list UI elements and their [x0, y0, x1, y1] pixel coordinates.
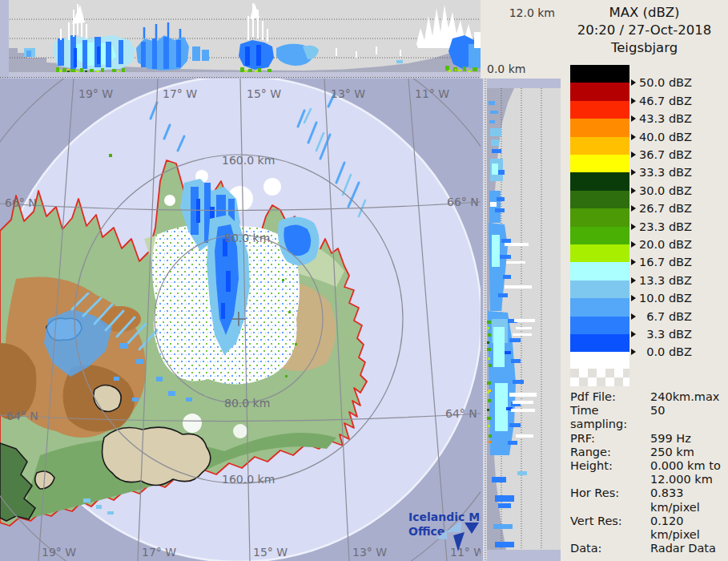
range-ring-label: 160.0 km — [222, 473, 275, 486]
metadata-row: Pdf File:240km.max — [570, 390, 724, 404]
range-ring-label: 80.0 km — [224, 232, 270, 244]
tick-arrow-icon — [631, 241, 636, 248]
legend-color-swatch — [570, 155, 629, 172]
radar-map: 19° W 17° W 15° W 13° W 11° W 19° W 17° … — [0, 79, 481, 561]
tick-arrow-icon — [631, 349, 636, 355]
range-ring-label: 160.0 km — [222, 154, 275, 167]
metadata-row: 12.000 km — [570, 473, 724, 486]
legend-color-swatch — [570, 317, 629, 334]
tick-arrow-icon — [631, 134, 636, 140]
legend-color-swatch — [570, 262, 629, 280]
tick-arrow-icon — [631, 151, 636, 158]
metadata-row: Range:250 km — [570, 446, 724, 459]
range-ring-label: 80.0 km — [224, 397, 270, 410]
legend-color-swatch — [570, 137, 629, 155]
legend-transparent-swatch — [570, 369, 629, 386]
tick-arrow-icon — [631, 295, 636, 301]
lon-label: 13° W — [331, 87, 365, 100]
right-profile-top-band — [487, 79, 561, 88]
lon-label: 17° W — [163, 87, 197, 100]
metadata-row: Hor Res:0.833 km/pixel — [570, 486, 724, 514]
right-profile-plot — [481, 79, 561, 561]
lat-label: 66° N — [5, 196, 37, 209]
legend-color-swatch — [570, 101, 629, 119]
sidebar: MAX (dBZ) 20:20 / 27-Oct-2018 Teigsbjarg… — [561, 0, 728, 561]
tick-arrow-icon — [631, 259, 636, 265]
legend-threshold-label: 26.7 dBZ — [631, 202, 692, 215]
height-scale-max-label: 12.0 km — [509, 6, 555, 19]
tick-arrow-icon — [631, 313, 636, 320]
legend-color-swatch — [570, 208, 629, 226]
lon-label: 13° W — [352, 546, 387, 559]
legend-color-swatch — [570, 119, 629, 136]
metadata-row: Height:0.000 km to — [570, 459, 724, 473]
lat-label: 64° N — [445, 407, 477, 420]
legend-threshold-label: 20.0 dBZ — [631, 238, 692, 251]
legend-color-swatch — [570, 191, 629, 208]
lon-label: 15° W — [247, 87, 281, 100]
legend-threshold-label: 36.7 dBZ — [631, 148, 692, 161]
legend-threshold-label: 0.0 dBZ — [631, 345, 692, 358]
legend-threshold-label: 23.3 dBZ — [631, 220, 692, 233]
tick-arrow-icon — [631, 224, 636, 230]
legend-threshold-label: 46.7 dBZ — [631, 95, 692, 107]
right-height-profile-panel — [481, 79, 561, 561]
lon-label: 15° W — [253, 546, 288, 559]
legend-color-swatch — [570, 65, 629, 83]
tick-arrow-icon — [631, 205, 636, 212]
legend-threshold-label: 13.3 dBZ — [631, 274, 692, 287]
metadata-row: Vert Res:0.120 km/pixel — [570, 515, 724, 542]
legend-threshold-label: 30.0 dBZ — [631, 184, 692, 197]
tick-arrow-icon — [631, 277, 636, 284]
legend-color-swatch — [570, 334, 629, 352]
top-height-profile-panel — [0, 0, 481, 79]
right-profile-bottom-band — [487, 550, 561, 561]
logo-text-line1: Icelandic Met — [408, 511, 481, 523]
top-profile-plot — [0, 0, 481, 79]
legend-threshold-label: 16.7 dBZ — [631, 256, 692, 268]
legend-threshold-label: 10.0 dBZ — [631, 292, 692, 305]
tick-arrow-icon — [631, 331, 636, 337]
tick-arrow-icon — [631, 169, 636, 176]
legend-color-swatch — [570, 298, 629, 316]
legend-threshold-label: 6.7 dBZ — [631, 310, 692, 323]
metadata-rows: Pdf File:240km.maxTime sampling:50PRF:59… — [570, 390, 724, 555]
legend-threshold-label: 40.0 dBZ — [631, 131, 692, 143]
legend-threshold-label: 3.3 dBZ — [631, 328, 692, 341]
lon-label: 11° W — [415, 87, 449, 100]
metadata-row: PRF:599 Hz — [570, 432, 724, 446]
radar-map-panel: 19° W 17° W 15° W 13° W 11° W 19° W 17° … — [0, 79, 481, 561]
lon-label: 19° W — [42, 546, 76, 559]
metadata-row: Data:Radar Data — [570, 542, 724, 555]
tick-arrow-icon — [631, 98, 636, 104]
lat-label: 64° N — [6, 410, 38, 422]
tick-arrow-icon — [631, 188, 636, 194]
scan-metadata: Pdf File:240km.maxTime sampling:50PRF:59… — [570, 390, 724, 561]
radar-display-window: { "header": { "product": "MAX (dBZ)", "d… — [0, 0, 728, 561]
tick-arrow-icon — [631, 115, 636, 122]
legend-below-zero-swatch — [570, 352, 629, 369]
height-scale-corner: 12.0 km 0.0 km — [481, 0, 561, 79]
legend-color-swatch — [570, 227, 629, 244]
legend-threshold-label: 43.3 dBZ — [631, 112, 692, 125]
metadata-row: Time sampling:50 — [570, 404, 724, 431]
legend-color-swatch — [570, 244, 629, 262]
logo-text-line2: Office — [408, 525, 444, 538]
lon-label: 11° W — [450, 546, 481, 559]
legend-color-swatch — [570, 83, 629, 100]
lon-label: 19° W — [78, 87, 113, 100]
legend: 50.0 dBZ46.7 dBZ43.3 dBZ40.0 dBZ36.7 dBZ… — [561, 0, 728, 389]
lat-label: 66° N — [447, 196, 479, 208]
height-scale-min-label: 0.0 km — [487, 63, 525, 75]
legend-color-swatch — [570, 280, 629, 298]
legend-threshold-label: 50.0 dBZ — [631, 76, 692, 89]
top-profile-left-margin — [0, 0, 9, 79]
legend-color-swatch — [570, 172, 629, 190]
legend-threshold-label: 33.3 dBZ — [631, 166, 692, 179]
lon-label: 17° W — [142, 546, 176, 559]
tick-arrow-icon — [631, 79, 636, 86]
